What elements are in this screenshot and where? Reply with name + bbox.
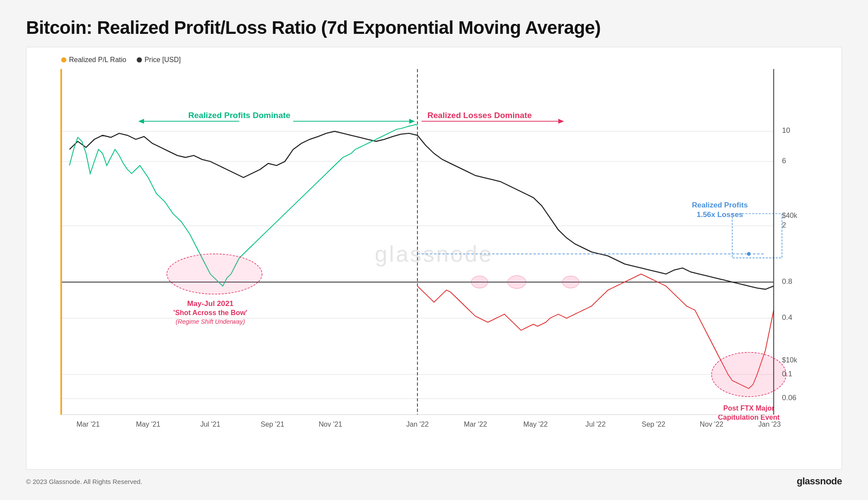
svg-text:Sep '21: Sep '21 bbox=[261, 421, 285, 428]
svg-text:May '21: May '21 bbox=[136, 421, 160, 428]
main-chart-svg: 0.06 0.1 0.4 0.8 2 6 10 Mar '21 May '21 … bbox=[61, 69, 807, 439]
svg-point-16 bbox=[508, 276, 526, 289]
legend-dot-price bbox=[137, 57, 142, 62]
legend-label-ratio: Realized P/L Ratio bbox=[69, 56, 126, 64]
svg-text:$40k: $40k bbox=[782, 212, 797, 219]
footer-copyright: © 2023 Glassnode. All Rights Reserved. bbox=[26, 478, 142, 485]
svg-text:Sep '22: Sep '22 bbox=[642, 421, 666, 428]
svg-point-15 bbox=[471, 276, 488, 288]
svg-text:0.1: 0.1 bbox=[782, 370, 792, 378]
svg-text:1.56x Losses: 1.56x Losses bbox=[697, 211, 743, 219]
svg-text:Mar '22: Mar '22 bbox=[464, 421, 487, 428]
footer: © 2023 Glassnode. All Rights Reserved. g… bbox=[26, 470, 842, 487]
svg-text:Realized Profits Dominate: Realized Profits Dominate bbox=[188, 111, 290, 120]
svg-text:Nov '21: Nov '21 bbox=[319, 421, 342, 428]
svg-text:May-Jul 2021: May-Jul 2021 bbox=[187, 300, 233, 308]
svg-text:0.06: 0.06 bbox=[782, 394, 796, 402]
svg-point-14 bbox=[711, 352, 786, 397]
legend-item-price: Price [USD] bbox=[137, 56, 181, 64]
chart-area: glassnode bbox=[61, 69, 807, 439]
svg-point-17 bbox=[562, 276, 579, 288]
legend-label-price: Price [USD] bbox=[145, 56, 181, 64]
svg-marker-19 bbox=[138, 119, 144, 124]
chart-container: Realized P/L Ratio Price [USD] glassnode bbox=[26, 47, 842, 470]
svg-text:$10k: $10k bbox=[782, 356, 797, 364]
svg-text:Post FTX Major: Post FTX Major bbox=[723, 405, 774, 412]
legend: Realized P/L Ratio Price [USD] bbox=[61, 56, 807, 64]
svg-text:0.8: 0.8 bbox=[782, 277, 792, 286]
svg-point-12 bbox=[747, 252, 751, 256]
svg-text:Jul '22: Jul '22 bbox=[585, 421, 605, 428]
svg-text:Realized Profits: Realized Profits bbox=[692, 201, 748, 210]
svg-text:Realized Losses Dominate: Realized Losses Dominate bbox=[427, 111, 532, 120]
footer-logo: glassnode bbox=[797, 476, 842, 487]
svg-rect-11 bbox=[732, 214, 782, 258]
svg-text:Nov '22: Nov '22 bbox=[700, 421, 723, 428]
svg-text:Mar '21: Mar '21 bbox=[76, 421, 100, 428]
svg-marker-21 bbox=[409, 119, 415, 124]
svg-text:May '22: May '22 bbox=[523, 421, 548, 428]
svg-text:Jan '23: Jan '23 bbox=[758, 421, 781, 428]
page-wrapper: Bitcoin: Realized Profit/Loss Ratio (7d … bbox=[0, 0, 868, 500]
svg-text:Jan '22: Jan '22 bbox=[406, 421, 429, 428]
legend-dot-ratio bbox=[61, 57, 66, 62]
svg-text:6: 6 bbox=[782, 157, 786, 165]
svg-text:Jul '21: Jul '21 bbox=[200, 421, 220, 428]
svg-text:10: 10 bbox=[782, 126, 790, 135]
svg-point-13 bbox=[167, 254, 262, 294]
legend-item-ratio: Realized P/L Ratio bbox=[61, 56, 126, 64]
svg-text:0.4: 0.4 bbox=[782, 313, 792, 322]
svg-text:(Regime Shift Underway): (Regime Shift Underway) bbox=[176, 318, 245, 325]
svg-text:2: 2 bbox=[782, 221, 786, 229]
svg-marker-24 bbox=[558, 119, 564, 124]
svg-rect-0 bbox=[61, 69, 807, 414]
svg-text:'Shot Across the Bow': 'Shot Across the Bow' bbox=[174, 309, 247, 316]
page-title: Bitcoin: Realized Profit/Loss Ratio (7d … bbox=[26, 17, 842, 38]
